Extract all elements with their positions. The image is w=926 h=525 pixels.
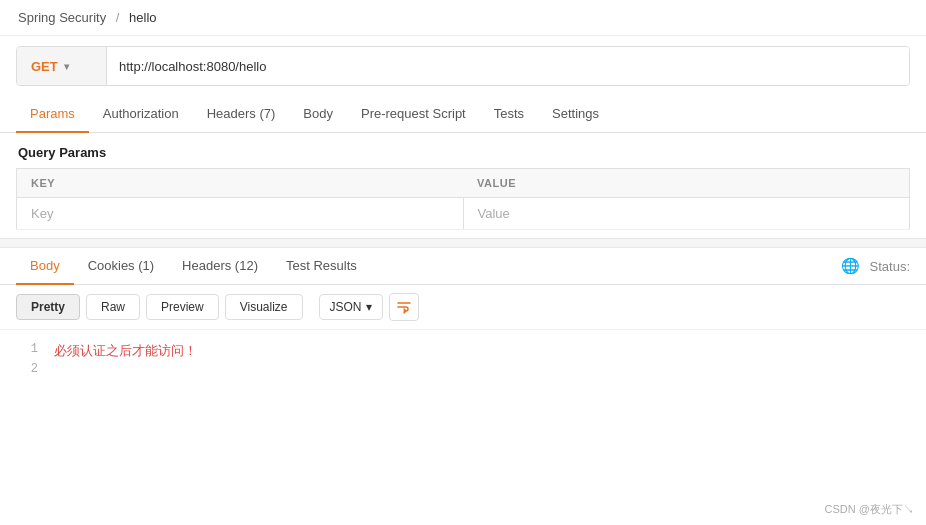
breadcrumb-parent[interactable]: Spring Security <box>18 10 106 25</box>
breadcrumb: Spring Security / hello <box>0 0 926 36</box>
tab-authorization[interactable]: Authorization <box>89 96 193 133</box>
tab-body[interactable]: Body <box>289 96 347 133</box>
breadcrumb-separator: / <box>116 10 120 25</box>
status-label: Status: <box>870 259 910 274</box>
tab-headers[interactable]: Headers (7) <box>193 96 290 133</box>
response-tab-body[interactable]: Body <box>16 248 74 285</box>
line-number-1: 1 <box>18 342 38 356</box>
response-tab-cookies[interactable]: Cookies (1) <box>74 248 168 285</box>
query-params-table: KEY VALUE Key Value <box>16 168 910 230</box>
response-body: 1 必须认证之后才能访问！ 2 <box>0 330 926 390</box>
col-key: KEY <box>17 169 464 198</box>
line-content-1: 必须认证之后才能访问！ <box>54 342 197 360</box>
tab-settings[interactable]: Settings <box>538 96 613 133</box>
response-status-area: 🌐 Status: <box>841 257 910 275</box>
tab-pre-request-script[interactable]: Pre-request Script <box>347 96 480 133</box>
response-line-1: 1 必须认证之后才能访问！ <box>18 342 908 360</box>
url-input[interactable] <box>107 47 909 85</box>
response-tab-test-results[interactable]: Test Results <box>272 248 371 285</box>
response-line-2: 2 <box>18 362 908 376</box>
url-bar: GET ▾ <box>16 46 910 86</box>
response-tabs: Body Cookies (1) Headers (12) Test Resul… <box>0 248 926 285</box>
tab-params[interactable]: Params <box>16 96 89 133</box>
chevron-down-icon: ▾ <box>366 300 372 314</box>
section-divider <box>0 238 926 248</box>
globe-icon: 🌐 <box>841 257 860 275</box>
pretty-button[interactable]: Pretty <box>16 294 80 320</box>
method-label: GET <box>31 59 58 74</box>
method-selector[interactable]: GET ▾ <box>17 47 107 85</box>
query-params-title: Query Params <box>0 133 926 168</box>
wrap-icon <box>396 299 412 315</box>
response-tab-headers[interactable]: Headers (12) <box>168 248 272 285</box>
format-selected: JSON <box>330 300 362 314</box>
value-placeholder[interactable]: Value <box>463 198 910 230</box>
col-value: VALUE <box>463 169 910 198</box>
chevron-down-icon: ▾ <box>64 61 69 72</box>
breadcrumb-current: hello <box>129 10 156 25</box>
visualize-button[interactable]: Visualize <box>225 294 303 320</box>
raw-button[interactable]: Raw <box>86 294 140 320</box>
format-bar: Pretty Raw Preview Visualize JSON ▾ <box>0 285 926 330</box>
wrap-button[interactable] <box>389 293 419 321</box>
preview-button[interactable]: Preview <box>146 294 219 320</box>
line-number-2: 2 <box>18 362 38 376</box>
key-placeholder[interactable]: Key <box>17 198 464 230</box>
request-tabs: Params Authorization Headers (7) Body Pr… <box>0 96 926 133</box>
params-empty-row: Key Value <box>17 198 910 230</box>
format-dropdown[interactable]: JSON ▾ <box>319 294 383 320</box>
format-selector-wrapper: JSON ▾ <box>319 294 383 320</box>
tab-tests[interactable]: Tests <box>480 96 538 133</box>
